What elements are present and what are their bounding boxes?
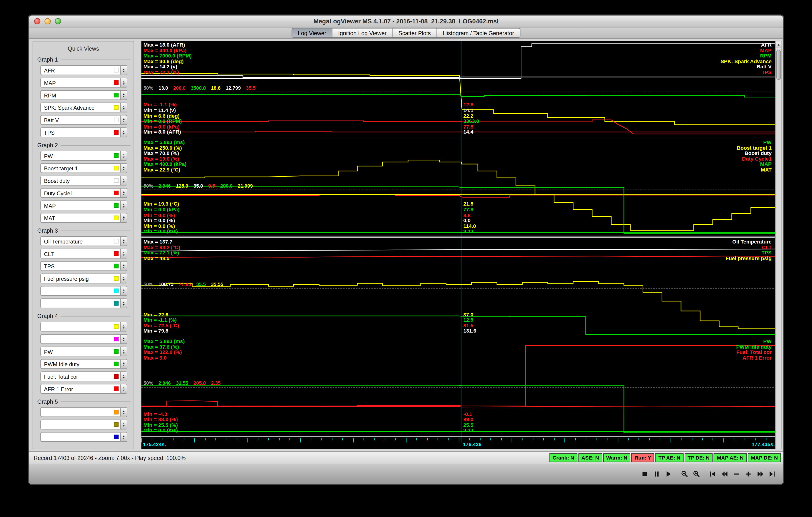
channel-stepper[interactable]: ▲▼	[120, 103, 127, 112]
channel-select-empty[interactable]: ▲▼	[40, 298, 127, 308]
graph-panel-1[interactable]: 50%13.0200.03500.018.612.79935.5Max = 18…	[142, 41, 776, 138]
channel-select-afr[interactable]: AFR▲▼	[40, 65, 127, 75]
playback-cursor-line[interactable]	[461, 41, 461, 442]
channel-select-empty[interactable]: ▲▼	[40, 334, 127, 344]
minimize-window-button[interactable]	[45, 18, 51, 24]
channel-stepper[interactable]: ▲▼	[120, 384, 127, 393]
stepper-down-icon[interactable]: ▼	[122, 193, 125, 195]
channel-select-boost-duty[interactable]: Boost duty▲▼	[40, 176, 127, 185]
channel-stepper[interactable]: ▲▼	[120, 213, 127, 222]
channel-select-empty[interactable]: ▲▼	[40, 420, 127, 429]
stepper-down-icon[interactable]: ▼	[122, 70, 125, 73]
rewind-button[interactable]	[721, 470, 728, 478]
channel-stepper[interactable]: ▲▼	[120, 66, 127, 75]
channel-select-empty[interactable]: ▲▼	[40, 407, 127, 417]
channel-stepper[interactable]: ▲▼	[120, 262, 127, 270]
stepper-down-icon[interactable]: ▼	[122, 266, 125, 268]
stepper-down-icon[interactable]: ▼	[122, 279, 125, 281]
stop-button[interactable]	[641, 470, 648, 478]
channel-select-boost-target-1[interactable]: Boost target 1▲▼	[40, 163, 127, 173]
channel-stepper[interactable]: ▲▼	[120, 201, 127, 210]
stepper-down-icon[interactable]: ▼	[122, 303, 125, 306]
channel-select-fuel-total-cor[interactable]: Fuel: Total cor▲▼	[40, 371, 127, 381]
channel-stepper[interactable]: ▲▼	[120, 189, 127, 197]
channel-stepper[interactable]: ▲▼	[120, 360, 127, 368]
channel-select-fuel-pressure-psig[interactable]: Fuel pressure psig▲▼	[40, 274, 127, 283]
channel-stepper[interactable]: ▲▼	[120, 408, 127, 417]
channel-stepper[interactable]: ▲▼	[120, 128, 127, 137]
window-titlebar[interactable]: MegaLogViewer MS 4.1.07 - 2016-11-08_21.…	[29, 16, 783, 27]
channel-stepper[interactable]: ▲▼	[120, 335, 127, 343]
channel-stepper[interactable]: ▲▼	[120, 347, 127, 356]
channel-stepper[interactable]: ▲▼	[120, 274, 127, 283]
stepper-down-icon[interactable]: ▼	[122, 327, 125, 329]
channel-select-oil-temperature[interactable]: Oil Temperature▲▼	[40, 236, 127, 246]
channel-select-pwm-idle-duty[interactable]: PWM Idle duty▲▼	[40, 359, 127, 369]
stepper-down-icon[interactable]: ▼	[122, 241, 125, 243]
channel-stepper[interactable]: ▲▼	[120, 176, 127, 185]
channel-stepper[interactable]: ▲▼	[120, 91, 127, 99]
zoom-out-button[interactable]	[681, 470, 688, 478]
chart-vertical-scrollbar[interactable]: ▲	[775, 41, 782, 449]
stepper-down-icon[interactable]: ▼	[122, 218, 125, 220]
channel-select-empty[interactable]: ▲▼	[40, 322, 127, 332]
stepper-down-icon[interactable]: ▼	[122, 425, 125, 427]
channel-select-batt-v[interactable]: Batt V▲▼	[40, 115, 127, 125]
stepper-down-icon[interactable]: ▼	[122, 291, 125, 293]
channel-select-afr-1-error[interactable]: AFR 1 Error▲▼	[40, 384, 127, 394]
stepper-down-icon[interactable]: ▼	[122, 120, 125, 122]
stepper-down-icon[interactable]: ▼	[122, 180, 125, 183]
stepper-down-icon[interactable]: ▼	[122, 108, 125, 110]
close-window-button[interactable]	[34, 18, 40, 24]
stepper-down-icon[interactable]: ▼	[122, 389, 125, 391]
channel-stepper[interactable]: ▲▼	[120, 286, 127, 295]
channel-stepper[interactable]: ▲▼	[120, 299, 127, 308]
tab-scatter-plots[interactable]: Scatter Plots	[393, 28, 437, 38]
graph-panel-4[interactable]: 50%2.94631.55205.02.35Max = 5.893 (ms)Ma…	[142, 337, 776, 437]
channel-stepper[interactable]: ▲▼	[120, 151, 127, 160]
channel-stepper[interactable]: ▲▼	[120, 164, 127, 173]
scrollbar-thumb[interactable]	[776, 50, 781, 80]
skip-end-button[interactable]	[768, 470, 776, 478]
channel-select-rpm[interactable]: RPM▲▼	[40, 90, 127, 100]
stepper-down-icon[interactable]: ▼	[122, 155, 125, 158]
log-chart-area[interactable]: 50%13.0200.03500.018.612.79935.5Max = 18…	[142, 41, 776, 449]
tab-log-viewer[interactable]: Log Viewer	[292, 28, 332, 38]
channel-select-spk-spark-advance[interactable]: SPK: Spark Advance▲▼	[40, 103, 127, 112]
channel-select-map[interactable]: MAP▲▼	[40, 78, 127, 87]
channel-select-pw[interactable]: PW▲▼	[40, 151, 127, 161]
channel-select-tps[interactable]: TPS▲▼	[40, 261, 127, 271]
channel-select-map[interactable]: MAP▲▼	[40, 201, 127, 210]
graph-panel-3[interactable]: 50%108.7577.8535.535.55Max = 137.7Max = …	[142, 238, 776, 337]
fast-forward-button[interactable]	[757, 470, 764, 478]
channel-select-empty[interactable]: ▲▼	[40, 286, 127, 296]
stepper-down-icon[interactable]: ▼	[122, 339, 125, 341]
stepper-down-icon[interactable]: ▼	[122, 168, 125, 170]
channel-stepper[interactable]: ▲▼	[120, 420, 127, 429]
stepper-down-icon[interactable]: ▼	[122, 95, 125, 97]
channel-stepper[interactable]: ▲▼	[120, 237, 127, 246]
graph-panel-2[interactable]: 50%2.946125.035.09.5200.021.099Max = 5.8…	[142, 138, 776, 238]
scroll-up-icon[interactable]: ▲	[776, 41, 781, 48]
stepper-down-icon[interactable]: ▼	[122, 412, 125, 414]
stepper-down-icon[interactable]: ▼	[122, 437, 125, 439]
channel-select-duty-cycle1[interactable]: Duty Cycle1▲▼	[40, 188, 127, 198]
zoom-window-button[interactable]	[55, 18, 61, 24]
channel-select-empty[interactable]: ▲▼	[40, 432, 127, 442]
stepper-down-icon[interactable]: ▼	[122, 364, 125, 366]
channel-select-mat[interactable]: MAT▲▼	[40, 213, 127, 223]
stepper-down-icon[interactable]: ▼	[122, 254, 125, 256]
channel-stepper[interactable]: ▲▼	[120, 322, 127, 331]
channel-select-tps[interactable]: TPS▲▼	[40, 127, 127, 137]
channel-stepper[interactable]: ▲▼	[120, 432, 127, 441]
stepper-down-icon[interactable]: ▼	[122, 205, 125, 208]
stepper-down-icon[interactable]: ▼	[122, 376, 125, 379]
channel-select-pw[interactable]: PW▲▼	[40, 347, 127, 356]
tab-histogram-table-generator[interactable]: Histogram / Table Generator	[437, 28, 520, 38]
minus-button[interactable]	[733, 470, 740, 478]
channel-select-clt[interactable]: CLT▲▼	[40, 249, 127, 259]
plus-button[interactable]	[745, 470, 752, 478]
pause-button[interactable]	[653, 470, 660, 478]
time-axis[interactable]: 175.424s. 176.436 177.435s.	[142, 437, 776, 448]
zoom-in-button[interactable]	[693, 470, 700, 478]
